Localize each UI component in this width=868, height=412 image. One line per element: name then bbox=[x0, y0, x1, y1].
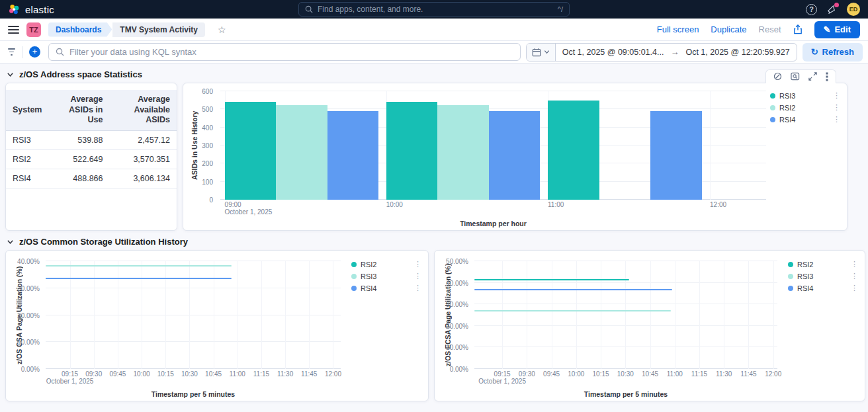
line-RSI2[interactable] bbox=[474, 279, 629, 280]
legend-item-RSI3[interactable]: RSI3⋮ bbox=[351, 272, 421, 280]
bar-RSI3-09:00[interactable] bbox=[225, 102, 277, 200]
x-axis-date-label: October 1, 2025 bbox=[225, 208, 273, 216]
kql-input[interactable] bbox=[69, 47, 513, 57]
legend-options-icon[interactable]: ⋮ bbox=[833, 115, 840, 124]
calendar-menu-button[interactable] bbox=[527, 44, 556, 61]
legend-item-RSI3[interactable]: RSI3⋮ bbox=[788, 272, 858, 280]
newsfeed-button[interactable] bbox=[827, 5, 837, 15]
system-cell: RSI4 bbox=[6, 169, 48, 188]
x-tick-label: 09:00 bbox=[225, 201, 241, 208]
legend-dot bbox=[351, 274, 357, 279]
legend-options-icon[interactable]: ⋮ bbox=[851, 284, 858, 292]
y-tick-label: 20.00% bbox=[446, 322, 468, 329]
bar-RSI2-09:00[interactable] bbox=[276, 105, 327, 200]
date-to[interactable]: Oct 1, 2025 @ 12:20:59.927 bbox=[679, 48, 796, 57]
breadcrumb-dashboards[interactable]: Dashboards bbox=[48, 22, 112, 37]
bar-RSI4-09:00[interactable] bbox=[327, 111, 379, 200]
maximize-icon[interactable] bbox=[808, 72, 817, 81]
legend-item-RSI4[interactable]: RSI4⋮ bbox=[351, 284, 421, 292]
panel-options-icon[interactable] bbox=[826, 72, 828, 81]
y-tick-label: 30.00% bbox=[446, 301, 468, 308]
legend-item-RSI3[interactable]: RSI3⋮ bbox=[770, 91, 840, 100]
asids-table-panel: System Average ASIDs in Use Average Avai… bbox=[5, 83, 177, 231]
bar-RSI2-10:00[interactable] bbox=[437, 105, 489, 200]
global-search-input[interactable] bbox=[318, 5, 553, 14]
menu-icon[interactable] bbox=[8, 26, 19, 34]
y-axis-ticks: 0.00%10.00%20.00%30.00%40.00% bbox=[10, 261, 44, 369]
x-tick-label: 09:30 bbox=[519, 370, 535, 378]
legend-item-RSI2[interactable]: RSI2⋮ bbox=[788, 260, 858, 268]
edit-button-label: Edit bbox=[834, 24, 851, 34]
edit-button[interactable]: ✎ Edit bbox=[814, 21, 860, 38]
kql-search-box[interactable] bbox=[48, 43, 521, 61]
legend-options-icon[interactable]: ⋮ bbox=[414, 260, 421, 268]
legend-options-icon[interactable]: ⋮ bbox=[833, 103, 840, 112]
gridline bbox=[285, 261, 286, 369]
date-from[interactable]: Oct 1, 2025 @ 09:05:01.4... bbox=[556, 48, 671, 57]
bar-RSI3-10:00[interactable] bbox=[386, 102, 438, 200]
legend-item-RSI4[interactable]: RSI4⋮ bbox=[770, 115, 840, 124]
line-RSI4[interactable] bbox=[46, 278, 232, 279]
legend-item-RSI2[interactable]: RSI2⋮ bbox=[351, 260, 421, 268]
breadcrumb-current-dashboard: TMV System Activity bbox=[112, 22, 205, 37]
legend-options-icon[interactable]: ⋮ bbox=[833, 91, 840, 100]
refresh-button[interactable]: ↻ Refresh bbox=[803, 43, 863, 62]
x-axis-ticks: 09:00October 1, 202510:0011:0012:00 bbox=[220, 201, 766, 216]
x-tick-label: 12:00 bbox=[325, 370, 341, 378]
notification-dot bbox=[834, 3, 839, 7]
elastic-logo[interactable]: elastic bbox=[8, 3, 54, 16]
full-screen-button[interactable]: Full screen bbox=[657, 24, 699, 34]
col-header-avg-available[interactable]: Average Available ASIDs bbox=[109, 90, 177, 130]
filter-controls: + bbox=[5, 46, 43, 58]
bar-RSI3-11:00[interactable] bbox=[548, 101, 599, 200]
x-tick-label: 10:00 bbox=[568, 370, 584, 378]
y-tick-label: 500 bbox=[202, 106, 213, 113]
asids-table: System Average ASIDs in Use Average Avai… bbox=[6, 90, 177, 188]
legend-options-icon[interactable]: ⋮ bbox=[851, 272, 858, 280]
duplicate-button[interactable]: Duplicate bbox=[711, 24, 746, 34]
col-header-avg-in-use[interactable]: Average ASIDs in Use bbox=[48, 90, 109, 130]
legend-item-RSI2[interactable]: RSI2⋮ bbox=[770, 103, 840, 112]
system-cell: RSI2 bbox=[6, 149, 48, 169]
line-RSI4[interactable] bbox=[474, 289, 672, 290]
collapse-chevron-icon[interactable] bbox=[7, 238, 14, 245]
line-RSI3[interactable] bbox=[474, 310, 671, 311]
table-row[interactable]: RSI2522.6493,570.351 bbox=[6, 149, 177, 169]
space-badge[interactable]: TZ bbox=[26, 22, 41, 37]
user-avatar[interactable]: ED bbox=[847, 3, 860, 16]
value-cell: 539.88 bbox=[48, 130, 109, 149]
line-RSI3[interactable] bbox=[46, 265, 232, 267]
help-icon[interactable]: ? bbox=[806, 4, 817, 15]
table-row[interactable]: RSI3539.882,457.12 bbox=[6, 130, 177, 149]
filter-icon[interactable] bbox=[8, 48, 15, 55]
col-header-system[interactable]: System bbox=[6, 90, 48, 130]
y-tick-label: 100 bbox=[202, 178, 213, 185]
date-range-picker: Oct 1, 2025 @ 09:05:01.4... → Oct 1, 202… bbox=[526, 43, 797, 62]
bar-RSI4-10:00[interactable] bbox=[489, 111, 541, 200]
legend-options-icon[interactable]: ⋮ bbox=[414, 284, 421, 292]
inspect-icon[interactable] bbox=[791, 72, 800, 81]
x-tick-label: 10:15 bbox=[157, 370, 174, 378]
legend-options-icon[interactable]: ⋮ bbox=[851, 260, 858, 268]
global-search[interactable]: ^/ bbox=[298, 2, 570, 17]
gridline bbox=[46, 315, 341, 315]
x-tick-label: 10:30 bbox=[617, 370, 634, 378]
table-row[interactable]: RSI4488.8663,606.134 bbox=[6, 169, 177, 188]
add-filter-button[interactable]: + bbox=[29, 46, 40, 58]
reset-button[interactable]: Reset bbox=[759, 24, 781, 34]
gridline bbox=[710, 91, 711, 200]
gridline bbox=[552, 261, 552, 369]
asids-bar-chart-panel: ASIDs in Use History 0100200300400500600… bbox=[183, 83, 847, 231]
favorite-star-icon[interactable]: ☆ bbox=[218, 24, 226, 35]
asids-bar-chart: ASIDs in Use History 0100200300400500600… bbox=[183, 83, 847, 230]
bar-RSI4-11:00[interactable] bbox=[650, 111, 702, 200]
legend-options-icon[interactable]: ⋮ bbox=[414, 272, 421, 280]
explore-icon[interactable] bbox=[773, 72, 782, 81]
x-tick-label: 11:15 bbox=[691, 370, 707, 378]
x-axis-date-label: October 1, 2025 bbox=[478, 378, 526, 385]
collapse-chevron-icon[interactable] bbox=[7, 71, 14, 78]
legend-dot bbox=[788, 286, 793, 291]
legend-item-RSI4[interactable]: RSI4⋮ bbox=[788, 284, 858, 292]
share-icon[interactable] bbox=[793, 24, 803, 34]
global-header: elastic ^/ ? ED bbox=[0, 0, 868, 19]
